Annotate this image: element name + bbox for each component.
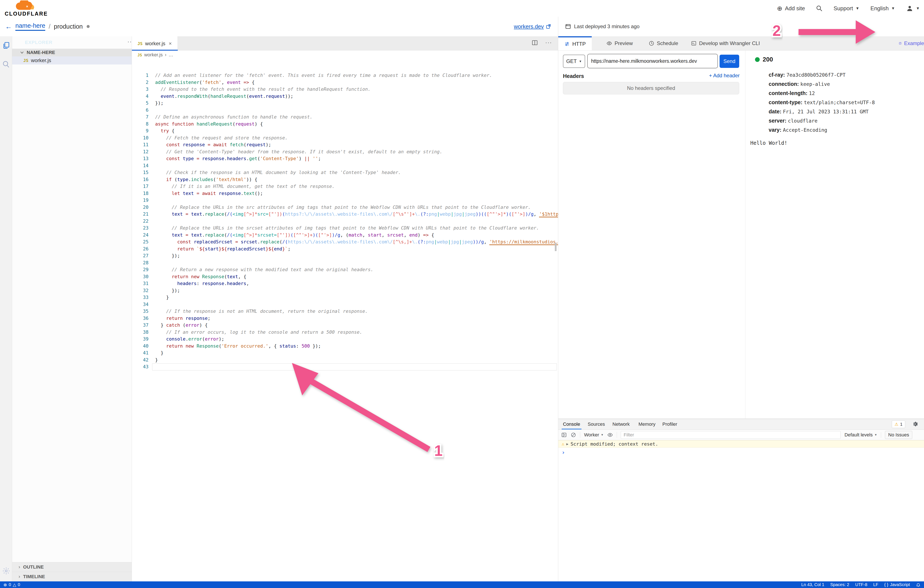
log-levels-select[interactable]: Default levels ▼	[845, 432, 877, 438]
editor-more-button[interactable]: ···	[545, 39, 552, 46]
code-line[interactable]: 32 });	[132, 287, 558, 294]
devtools-tab-sources[interactable]: Sources	[584, 419, 608, 429]
code-line[interactable]: 15 // Check if the response is an HTML d…	[132, 169, 558, 176]
devtools-settings-button[interactable]	[912, 421, 918, 428]
code-line[interactable]: 14	[132, 162, 558, 169]
code-line[interactable]: 19	[132, 197, 558, 204]
method-select[interactable]: GET ▼	[563, 55, 585, 68]
timeline-section[interactable]: › TIMELINE	[12, 572, 132, 581]
code-line[interactable]: 35 // If the response is not an HTML doc…	[132, 308, 558, 315]
code-line[interactable]: 36 return response;	[132, 315, 558, 322]
language-menu[interactable]: English▼	[870, 5, 895, 12]
code-line[interactable]: 34	[132, 301, 558, 308]
back-arrow-icon[interactable]: ←	[5, 23, 12, 31]
code-line[interactable]: 31 headers: response.headers,	[132, 280, 558, 287]
code-line[interactable]: 24 text = text.replace(/(<img[^>]*srcset…	[132, 232, 558, 239]
code-line[interactable]: 37 } catch (error) {	[132, 322, 558, 329]
code-line[interactable]: 11 const response = await fetch(request)…	[132, 141, 558, 149]
code-line[interactable]: 18 let text = await response.text();	[132, 190, 558, 197]
console-prompt[interactable]: ›	[562, 449, 565, 456]
code-line[interactable]: 26 return `${start}${replacedSrcset}${en…	[132, 246, 558, 253]
console-sidebar-icon[interactable]	[561, 432, 567, 438]
code-line[interactable]: 33 }	[132, 294, 558, 301]
search-activity-button[interactable]	[2, 60, 10, 68]
code-line[interactable]: 5});	[132, 100, 558, 107]
request-url-input[interactable]: https://name-here.milkmoonworkers.worker…	[587, 54, 718, 68]
notifications-bell[interactable]	[916, 583, 921, 587]
devtools-tab-network[interactable]: Network	[609, 419, 633, 429]
tab-wrangler-cli[interactable]: Develop with Wrangler CLI	[685, 36, 766, 50]
code-line[interactable]: 12 // Get the 'Content-Type' header from…	[132, 149, 558, 155]
code-line[interactable]: 40 return new Response('Error occurred.'…	[132, 343, 558, 350]
tab-preview[interactable]: Preview	[601, 36, 639, 50]
explorer-file-workerjs[interactable]: JS worker.js	[12, 56, 132, 64]
code-line[interactable]: 1// Add an event listener for the 'fetch…	[132, 72, 558, 79]
code-line[interactable]: 42}	[132, 357, 558, 363]
devtools-tab-memory[interactable]: Memory	[635, 419, 659, 429]
console-warning-row[interactable]: ⚠ ▶ Script modified; context reset.	[558, 440, 924, 448]
cursor-position[interactable]: Ln 43, Col 1	[801, 582, 824, 587]
tab-workerjs[interactable]: JS worker.js ×	[132, 36, 178, 51]
code-line[interactable]: 8async function handleRequest(request) {	[132, 121, 558, 128]
indentation-setting[interactable]: Spaces: 2	[830, 582, 849, 587]
code-line[interactable]: 43	[132, 363, 558, 370]
code-line[interactable]: 3 // Respond to the fetch event with the…	[132, 86, 558, 93]
code-line[interactable]: 16 if (type.includes('text/html')) {	[132, 176, 558, 183]
account-menu[interactable]: ▼	[906, 5, 920, 12]
code-line[interactable]: 2addEventListener('fetch', event => {	[132, 79, 558, 86]
code-line[interactable]: 21 text = text.replace(/(<img[^>]*src=["…	[132, 211, 558, 218]
breadcrumb-worker-link[interactable]: name-here	[15, 22, 45, 31]
send-button[interactable]: Send	[719, 55, 739, 68]
code-line[interactable]: 6	[132, 107, 558, 114]
devtools-warning-badge[interactable]: ⚠ 1	[892, 420, 905, 428]
code-line[interactable]: 25 const replacedSrcset = srcset.replace…	[132, 238, 558, 246]
tab-http[interactable]: HTTP	[558, 36, 592, 50]
tab-schedule[interactable]: Schedule	[643, 36, 684, 50]
add-header-button[interactable]: + Add header	[706, 73, 740, 79]
expand-triangle-icon[interactable]: ▶	[566, 442, 569, 446]
devtools-tab-profiler[interactable]: Profiler	[659, 419, 681, 429]
explorer-activity-button[interactable]	[2, 41, 10, 50]
search-button[interactable]	[816, 5, 822, 12]
code-line[interactable]: 7// Define an asynchronous function to h…	[132, 114, 558, 121]
editor-scrollbar-thumb[interactable]	[555, 243, 556, 251]
code-line[interactable]: 22	[132, 218, 558, 225]
workers-dev-link[interactable]: workers.dev	[514, 23, 544, 30]
language-mode[interactable]: { } JavaScript	[884, 582, 910, 587]
tab-label: worker.js	[145, 41, 165, 46]
code-line[interactable]: 13 const type = response.headers.get('Co…	[132, 155, 558, 162]
code-line[interactable]: 23 // Replace the URLs in the srcset att…	[132, 225, 558, 232]
code-line[interactable]: 28	[132, 259, 558, 266]
code-line[interactable]: 20 // Replace the URLs in the src attrib…	[132, 204, 558, 211]
explorer-root-folder[interactable]: NAME-HERE	[12, 49, 132, 56]
eol-setting[interactable]: LF	[873, 582, 878, 587]
code-line[interactable]: 38 // If an error occurs, log it to the …	[132, 329, 558, 336]
examples-link[interactable]: Example	[899, 36, 924, 50]
live-expression-eye-icon[interactable]	[607, 432, 613, 438]
no-issues-button[interactable]: No Issues	[885, 431, 912, 439]
encoding-setting[interactable]: UTF-8	[855, 582, 868, 587]
code-line[interactable]: 17 // If it is an HTML document, get the…	[132, 183, 558, 190]
clear-console-icon[interactable]	[571, 432, 576, 438]
support-menu[interactable]: Support▼	[833, 5, 859, 12]
settings-activity-button[interactable]	[2, 567, 10, 575]
split-editor-icon[interactable]	[531, 40, 538, 46]
code-area[interactable]: 1// Add an event listener for the 'fetch…	[132, 58, 558, 581]
code-line[interactable]: 29 // Return a new response with the mod…	[132, 266, 558, 273]
errors-indicator[interactable]: ⊗ 0 △ 0	[3, 582, 20, 587]
code-line[interactable]: 39 console.error(error);	[132, 335, 558, 343]
close-icon[interactable]: ×	[169, 41, 172, 46]
code-line[interactable]: 9 try {	[132, 127, 558, 134]
add-site-button[interactable]: ⊕ Add site	[777, 5, 805, 12]
cloudflare-logo[interactable]: CLOUDFLARE	[5, 0, 47, 16]
context-select[interactable]: Worker ▼	[584, 432, 604, 438]
outline-section[interactable]: › OUTLINE	[12, 562, 132, 572]
console-filter-input[interactable]: Filter	[621, 431, 841, 439]
code-line[interactable]: 27 });	[132, 253, 558, 259]
devtools-tab-console[interactable]: Console	[559, 419, 584, 429]
code-line[interactable]: 4 event.respondWith(handleRequest(event.…	[132, 93, 558, 100]
editor-breadcrumb[interactable]: JS worker.js › …	[137, 52, 173, 58]
code-line[interactable]: 41 }	[132, 350, 558, 357]
code-line[interactable]: 10 // Fetch the request and store the re…	[132, 134, 558, 142]
code-line[interactable]: 30 return new Response(text, {	[132, 273, 558, 280]
